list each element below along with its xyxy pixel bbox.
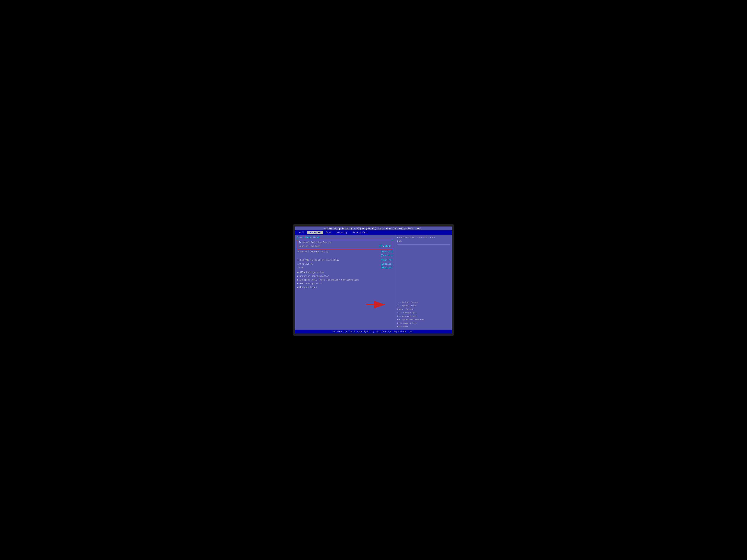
section-title: Start Easy Flash <box>297 236 393 239</box>
highlighted-group: Internal Pointing Device Wake on Lid Ope… <box>297 240 393 249</box>
bios-screen: Aptio Setup Utility – Copyright (C) 2012… <box>295 226 452 334</box>
item-value-virt-tech: [Enabled] <box>381 259 393 262</box>
item-name-usb-config: USB Configuration <box>300 282 393 286</box>
item-name-anti-theft: Intel(R) Anti-Theft Technology Configura… <box>300 278 393 282</box>
content-area: Start Easy Flash Internal Pointing Devic… <box>295 235 452 330</box>
menu-advanced[interactable]: Advanced <box>307 231 323 234</box>
key-esc: ESC: Exit <box>397 325 450 328</box>
arrow-network: ▶ <box>298 286 299 289</box>
item-name-virt-tech: Intel Virtualization Technology <box>298 259 379 262</box>
key-f9: F9: Optimized Defaults <box>397 318 450 321</box>
item-internal-pointing[interactable]: Internal Pointing Device <box>299 241 392 244</box>
item-network-stack[interactable]: ▶ Network Stack <box>297 286 393 289</box>
item-wake-on-lid[interactable]: Wake on Lid Open [Enabled] <box>299 244 392 248</box>
item-value-power-off: [Enabled] <box>381 250 393 254</box>
item-value-wake-on-lid: [Enabled] <box>379 245 391 248</box>
item-sata-config[interactable]: ▶ SATA Configuration <box>297 271 393 274</box>
menu-save-exit[interactable]: Save & Exit <box>350 231 370 234</box>
item-vtd[interactable]: VT-d [Enabled] <box>297 266 393 270</box>
item-value-vtd: [Enabled] <box>381 266 393 270</box>
key-change-opt: +/-: Change Opt. <box>397 311 450 315</box>
menu-main[interactable]: Main <box>296 231 307 234</box>
key-select-item: ↑↓: Select Item <box>397 304 450 308</box>
item-value-aes-ni: [Enabled] <box>381 262 393 266</box>
left-panel: Start Easy Flash Internal Pointing Devic… <box>295 235 395 330</box>
arrow-annotation <box>297 300 393 309</box>
help-text: Enable/Disable internal touchpad. <box>397 236 450 245</box>
footer-text: Version 2.15.1228. Copyright (C) 2012 Am… <box>333 330 414 333</box>
item-name-graphics-config: Graphics Configuration <box>300 275 393 278</box>
menu-boot[interactable]: Boot <box>323 231 334 234</box>
item-enabled-extra: [Enabled] <box>297 254 393 258</box>
item-power-off[interactable]: Power Off Energy Saving [Enabled] <box>297 250 393 254</box>
menu-security[interactable]: Security <box>334 231 350 234</box>
arrow-graphics: ▶ <box>298 275 299 278</box>
item-value-enabled-extra: [Enabled] <box>381 254 393 257</box>
item-name-aes-ni: Intel AES-NI <box>298 262 379 266</box>
item-name-network-stack: Network Stack <box>300 286 393 289</box>
arrow-anti-theft: ▶ <box>298 278 299 282</box>
item-name-sata-config: SATA Configuration <box>300 271 393 274</box>
key-select-screen: →←: Select Screen <box>397 300 450 304</box>
item-name-internal-pointing: Internal Pointing Device <box>299 241 390 244</box>
title-bar: Aptio Setup Utility – Copyright (C) 2012… <box>295 226 452 230</box>
arrow-sata: ▶ <box>298 271 299 274</box>
monitor: Aptio Setup Utility – Copyright (C) 2012… <box>293 224 454 336</box>
item-virt-tech[interactable]: Intel Virtualization Technology [Enabled… <box>297 259 393 262</box>
key-f1: F1: General Help <box>397 315 450 318</box>
item-name-wake-on-lid: Wake on Lid Open <box>299 245 378 248</box>
bottom-bar: Version 2.15.1228. Copyright (C) 2012 Am… <box>295 330 452 334</box>
item-aes-ni[interactable]: Intel AES-NI [Enabled] <box>297 262 393 266</box>
key-f10: F10: Save & Exit <box>397 321 450 325</box>
item-anti-theft[interactable]: ▶ Intel(R) Anti-Theft Technology Configu… <box>297 278 393 282</box>
key-enter: Enter: Select <box>397 308 450 311</box>
menu-bar: Main Advanced Boot Security Save & Exit <box>295 230 452 235</box>
right-panel: Enable/Disable internal touchpad. →←: Se… <box>395 235 452 330</box>
red-arrow-icon <box>364 300 389 309</box>
arrow-usb: ▶ <box>298 282 299 286</box>
item-usb-config[interactable]: ▶ USB Configuration <box>297 282 393 286</box>
key-help: →←: Select Screen ↑↓: Select Item Enter:… <box>397 300 450 328</box>
title-text: Aptio Setup Utility – Copyright (C) 2012… <box>324 227 423 230</box>
item-graphics-config[interactable]: ▶ Graphics Configuration <box>297 274 393 278</box>
item-name-vtd: VT-d <box>298 266 379 270</box>
item-name-power-off: Power Off Energy Saving <box>298 250 379 254</box>
item-name-enabled-extra <box>298 254 379 257</box>
